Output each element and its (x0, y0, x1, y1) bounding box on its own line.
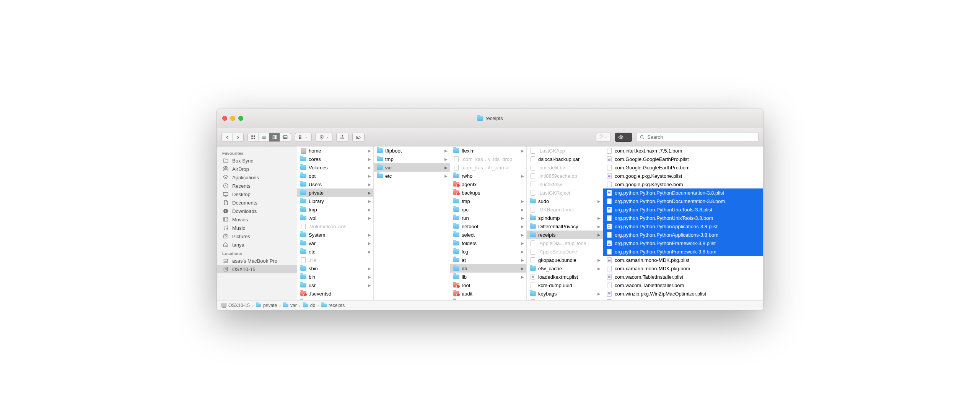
file-row[interactable]: opt▶ (297, 172, 373, 180)
file-row[interactable]: usr▶ (297, 281, 373, 289)
file-row[interactable]: rwho▶ (450, 172, 526, 180)
zoom-button[interactable] (238, 116, 243, 121)
file-row[interactable]: rpc▶ (450, 205, 526, 214)
share-button[interactable] (336, 133, 348, 142)
file-row[interactable]: netboot▶ (450, 222, 526, 231)
file-row[interactable]: tmp▶ (450, 197, 526, 205)
file-row[interactable]: com.google.pkg.Keystone.plist (603, 172, 763, 180)
sidebar-item[interactable]: Box Sync (217, 156, 297, 165)
file-row[interactable]: gkopaque.bundle▶ (527, 256, 603, 264)
file-row[interactable]: folders▶ (450, 239, 526, 247)
path-crumb[interactable]: private (256, 303, 277, 308)
file-row[interactable]: .file (297, 256, 373, 264)
file-row[interactable]: tmp▶ (297, 205, 373, 214)
file-row[interactable]: msgs (450, 298, 526, 300)
file-row[interactable]: agentx (450, 180, 526, 188)
file-row[interactable]: Volumes▶ (297, 163, 373, 172)
icon-view-button[interactable] (248, 133, 259, 141)
file-row[interactable]: .AppleDia…etupDone (527, 239, 603, 247)
file-row[interactable]: DifferentialPrivacy▶ (527, 222, 603, 231)
file-row[interactable]: tmp▶ (374, 155, 450, 163)
minimize-button[interactable] (230, 116, 235, 121)
search-input[interactable] (647, 134, 755, 140)
file-row[interactable]: org.python.Python.PythonDocumentation-3.… (603, 188, 763, 197)
file-row[interactable]: root (450, 281, 526, 289)
search-field[interactable] (636, 133, 759, 142)
file-row[interactable]: com.xamarin.mono-MDK.pkg.plist (603, 256, 763, 264)
sidebar-item[interactable]: Documents (217, 198, 297, 207)
close-button[interactable] (222, 116, 227, 121)
titlebar[interactable]: receipts (217, 109, 763, 128)
file-row[interactable]: com.winzip.pkg.WinZipMacOptimizer.bom (603, 298, 763, 300)
file-row[interactable]: private▶ (297, 188, 373, 197)
file-row[interactable]: com.Google.GoogleEarthPro.bom (603, 163, 763, 172)
file-row[interactable]: keybags▶ (527, 289, 603, 298)
action-button[interactable] (316, 133, 332, 142)
file-row[interactable]: com.Google.GoogleEarthPro.plist (603, 155, 763, 163)
file-row[interactable]: efw_cache▶ (527, 264, 603, 273)
sidebar-item[interactable]: Movies (217, 215, 297, 224)
path-crumb[interactable]: OSX10-15 (221, 303, 250, 308)
file-row[interactable]: var▶ (374, 163, 450, 172)
sidebar-item[interactable]: Music (217, 224, 297, 232)
path-crumb[interactable]: receipts (321, 303, 345, 308)
file-row[interactable]: etc▶ (297, 247, 373, 256)
file-row[interactable]: var▶ (297, 239, 373, 247)
file-row[interactable]: org.python.Python.PythonDocumentation-3.… (603, 197, 763, 205)
file-row[interactable]: .GKRearmTimer (527, 205, 603, 214)
file-row[interactable]: .omedelif.bv (527, 163, 603, 172)
file-row[interactable]: .vol▶ (297, 214, 373, 222)
column[interactable]: flexlm▶.com_kas…y_ids_drop.com_kas…ift_j… (450, 146, 527, 300)
file-row[interactable]: com.xamarin.mono-MDK.pkg.bom (603, 264, 763, 273)
sidebar-item[interactable]: Desktop (217, 190, 297, 198)
file-row[interactable]: lib▶ (450, 273, 526, 281)
file-row[interactable]: select▶ (450, 231, 526, 239)
file-row[interactable]: org.python.Python.PythonApplications-3.8… (603, 231, 763, 239)
file-row[interactable]: tftpboot▶ (374, 146, 450, 155)
forward-button[interactable] (233, 133, 243, 141)
sidebar[interactable]: FavouritesBox SyncAirDropApplicationsRec… (217, 146, 297, 300)
help-button[interactable]: ? (596, 133, 611, 142)
file-row[interactable]: spindump▶ (527, 214, 603, 222)
column[interactable]: com.intel.kext.haxm.7.5.1.bomcom.Google.… (603, 146, 763, 300)
file-row[interactable]: .intl8859cache.db (527, 172, 603, 180)
file-row[interactable]: dslocal-backup.xar (527, 155, 603, 163)
sidebar-item[interactable]: Pictures (217, 232, 297, 240)
file-row[interactable]: org.python.Python.PythonFramework-3.8.pl… (603, 239, 763, 247)
file-row[interactable]: .configureLocalKDC (527, 298, 603, 300)
path-crumb[interactable]: var (283, 303, 297, 308)
tags-button[interactable] (352, 133, 365, 142)
column[interactable]: home▶cores▶Volumes▶opt▶Users▶private▶Lib… (297, 146, 374, 300)
file-row[interactable]: Applications▶ (297, 298, 373, 300)
column-view-button[interactable] (269, 133, 280, 141)
file-row[interactable]: .LastGKApp (527, 146, 603, 155)
file-row[interactable]: run▶ (450, 214, 526, 222)
file-row[interactable]: etc▶ (374, 172, 450, 180)
list-view-button[interactable] (259, 133, 269, 141)
file-row[interactable]: com.wacom.TabletInstaller.plist (603, 273, 763, 281)
path-bar[interactable]: OSX10-15›private›var›db›receipts (217, 300, 763, 310)
file-row[interactable]: backups (450, 188, 526, 197)
gallery-view-button[interactable] (280, 133, 291, 141)
file-row[interactable]: com.google.pkg.Keystone.bom (603, 180, 763, 188)
sidebar-item[interactable]: OSX10-15 (217, 265, 297, 273)
file-row[interactable]: .com_kas…ift_journal (450, 163, 526, 172)
path-crumb[interactable]: db (303, 303, 315, 308)
sidebar-item[interactable]: Applications (217, 173, 297, 182)
file-row[interactable]: .VolumeIcon.icns (297, 222, 373, 231)
file-row[interactable]: .fseventsd (297, 289, 373, 298)
file-row[interactable]: log▶ (450, 247, 526, 256)
sidebar-item[interactable]: AirDrop (217, 165, 297, 173)
file-row[interactable]: at▶ (450, 256, 526, 264)
file-row[interactable]: cores▶ (297, 155, 373, 163)
file-row[interactable]: sudo▶ (527, 197, 603, 205)
column[interactable]: tftpboot▶tmp▶var▶etc▶ (374, 146, 450, 300)
back-button[interactable] (222, 133, 233, 141)
file-row[interactable]: sbin▶ (297, 264, 373, 273)
file-row[interactable]: db▶ (450, 264, 526, 273)
column[interactable]: .LastGKAppdslocal-backup.xar.omedelif.bv… (527, 146, 603, 300)
file-row[interactable]: .AppleSetupDone (527, 247, 603, 256)
file-row[interactable]: loadedkextmt.plist (527, 273, 603, 281)
file-row[interactable]: .LastGKReject (527, 188, 603, 197)
file-row[interactable]: .com_kas…y_ids_drop (450, 155, 526, 163)
